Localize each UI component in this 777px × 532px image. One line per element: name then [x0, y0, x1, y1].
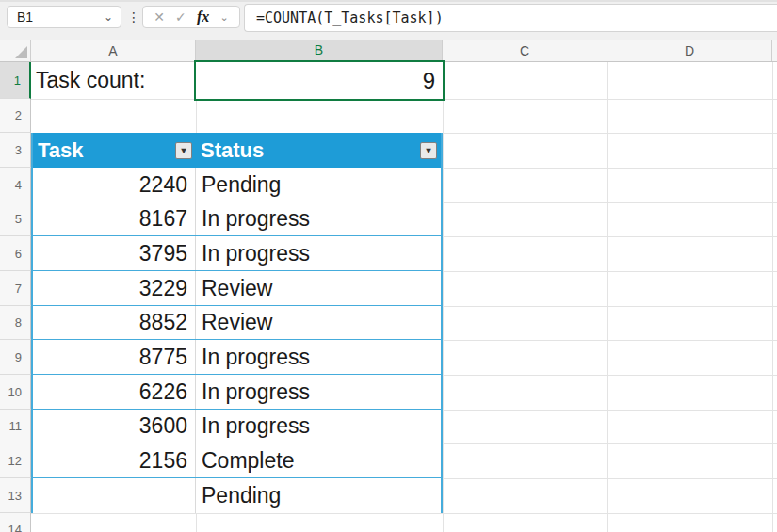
filter-dropdown-button[interactable]: ▾ [420, 142, 437, 159]
task-cell[interactable]: 2156 [33, 443, 196, 477]
select-all-triangle-icon [15, 46, 27, 58]
task-cell[interactable]: 3229 [33, 271, 196, 305]
task-cell[interactable]: 8852 [33, 306, 196, 339]
row-header-2[interactable]: 2 [0, 99, 31, 133]
table-row: 8775 In progress [33, 340, 441, 375]
column-header-b[interactable]: B [196, 40, 443, 62]
task-cell[interactable]: 8167 [33, 202, 196, 235]
filter-dropdown-button[interactable]: ▾ [175, 142, 192, 159]
cell-a1[interactable]: Task count: [31, 62, 196, 99]
filter-arrow-icon: ▾ [181, 146, 186, 155]
status-cell[interactable]: In progress [196, 236, 441, 270]
table-header-status[interactable]: Status ▾ [196, 133, 441, 168]
column-header-c[interactable]: C [443, 40, 607, 61]
column-header-a[interactable]: A [31, 40, 196, 61]
formula-text: =COUNTA(T_Tasks[Task]) [245, 9, 444, 26]
table-row: 2156 Complete [33, 443, 441, 478]
row-header-13[interactable]: 13 [0, 478, 31, 513]
status-cell[interactable]: Complete [196, 443, 441, 477]
insert-function-icon[interactable]: fx [197, 8, 209, 25]
table-header-row: Task ▾ Status ▾ [33, 133, 441, 168]
row-header-14[interactable]: 14 [0, 513, 31, 532]
chevron-down-icon[interactable]: ⌄ [104, 11, 121, 23]
column-header-partial[interactable] [772, 40, 777, 61]
kebab-separator-icon: ⋮ [128, 6, 139, 28]
name-box[interactable]: B1 ⌄ [7, 6, 121, 28]
formula-actions: ✕ ✓ fx ⌄ [142, 6, 240, 28]
task-cell[interactable]: 6226 [33, 375, 196, 409]
status-cell[interactable]: In progress [196, 375, 441, 409]
gridline-h [31, 513, 777, 514]
status-cell[interactable]: Review [196, 271, 441, 305]
row-header-5[interactable]: 5 [0, 202, 31, 236]
tasks-table: Task ▾ Status ▾ 2240 Pending 8167 In pro… [31, 133, 443, 513]
selected-cell-b1[interactable]: 9 [194, 60, 445, 101]
task-cell[interactable] [33, 478, 196, 513]
table-header-task-label: Task [38, 138, 84, 163]
table-header-task[interactable]: Task ▾ [33, 133, 196, 168]
table-row: 2240 Pending [33, 168, 441, 202]
formula-bar: B1 ⌄ ⋮ ✕ ✓ fx ⌄ =COUNTA(T_Tasks[Task]) [0, 0, 777, 40]
row-header-4[interactable]: 4 [0, 168, 31, 202]
enter-icon[interactable]: ✓ [175, 9, 186, 24]
row-header-9[interactable]: 9 [0, 340, 31, 375]
row-header-8[interactable]: 8 [0, 306, 31, 340]
filter-arrow-icon: ▾ [426, 146, 430, 155]
status-cell[interactable]: In progress [196, 410, 441, 443]
table-row: 8167 In progress [33, 202, 441, 236]
row-header-10[interactable]: 10 [0, 375, 31, 410]
formula-input[interactable]: =COUNTA(T_Tasks[Task]) [244, 4, 777, 32]
task-cell[interactable]: 8775 [33, 340, 196, 374]
table-header-status-label: Status [201, 138, 264, 163]
table-row: Pending [33, 478, 441, 513]
task-cell[interactable]: 3795 [33, 236, 196, 270]
chevron-down-icon[interactable]: ⌄ [220, 11, 229, 24]
task-cell[interactable]: 2240 [33, 168, 196, 202]
row-header-3[interactable]: 3 [0, 133, 31, 168]
row-header-1[interactable]: 1 [0, 62, 31, 99]
name-box-value: B1 [8, 9, 104, 24]
table-row: 3229 Review [33, 271, 441, 306]
row-header-11[interactable]: 11 [0, 410, 31, 443]
spreadsheet-app: B1 ⌄ ⋮ ✕ ✓ fx ⌄ =COUNTA(T_Tasks[Task]) A… [0, 0, 777, 532]
status-cell[interactable]: Pending [196, 168, 441, 202]
row-header-7[interactable]: 7 [0, 271, 31, 306]
status-cell[interactable]: Review [196, 306, 441, 339]
table-row: 6226 In progress [33, 375, 441, 410]
column-header-d[interactable]: D [607, 40, 772, 61]
column-header-row: A B C D [0, 40, 777, 62]
row-header-6[interactable]: 6 [0, 236, 31, 271]
status-cell[interactable]: In progress [196, 340, 441, 374]
cancel-icon[interactable]: ✕ [154, 9, 165, 24]
status-cell[interactable]: Pending [196, 478, 441, 513]
row-header-12[interactable]: 12 [0, 443, 31, 478]
status-cell[interactable]: In progress [196, 202, 441, 235]
task-cell[interactable]: 3600 [33, 410, 196, 443]
select-all-corner[interactable] [0, 40, 31, 61]
table-row: 8852 Review [33, 306, 441, 340]
table-row: 3795 In progress [33, 236, 441, 271]
table-row: 3600 In progress [33, 410, 441, 443]
